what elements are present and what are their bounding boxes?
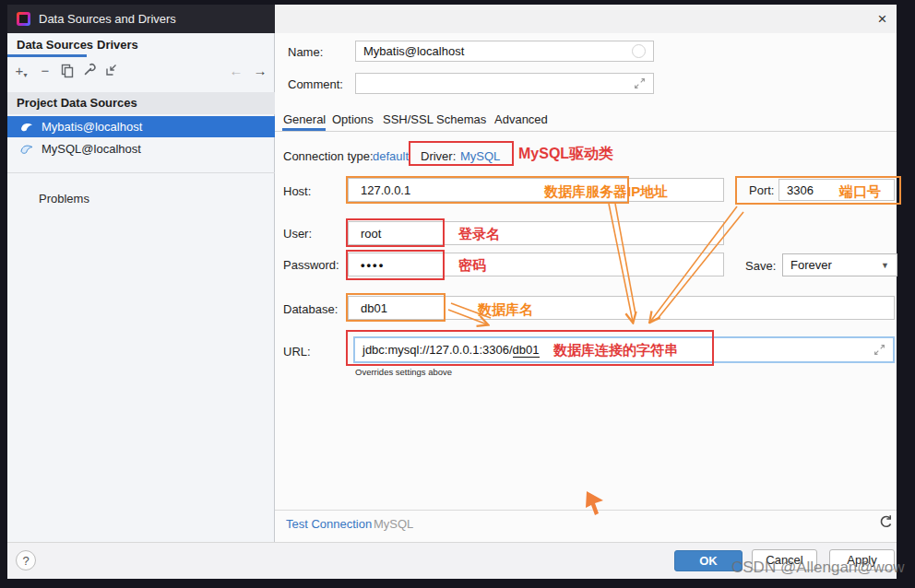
annotation-host: 数据库服务器IP地址 xyxy=(544,183,668,201)
comment-input[interactable] xyxy=(355,73,654,94)
save-label: Save: xyxy=(745,259,776,273)
wrench-icon[interactable] xyxy=(82,63,99,79)
duplicate-icon[interactable] xyxy=(59,63,76,79)
database-input[interactable]: db01 xyxy=(348,296,895,320)
watermark: CSDN @Allengan@wow xyxy=(731,559,905,577)
url-label: URL: xyxy=(283,345,311,359)
user-input[interactable]: root xyxy=(348,221,724,245)
port-value: 3306 xyxy=(787,183,814,197)
user-value: root xyxy=(361,227,381,241)
help-button[interactable]: ? xyxy=(16,550,36,570)
data-sources-dialog: Data Sources and Drivers × Data Sources … xyxy=(0,0,915,588)
annotation-database: 数据库名 xyxy=(478,301,533,319)
titlebar-light-area xyxy=(275,5,897,33)
annotation-url: 数据库连接的字符串 xyxy=(553,342,678,359)
mysql-dolphin-icon xyxy=(20,143,34,155)
save-value: Forever xyxy=(790,258,832,272)
intellij-app-icon xyxy=(17,12,30,26)
save-dropdown[interactable]: Forever ▼ xyxy=(782,253,897,276)
expand-icon[interactable] xyxy=(634,77,646,89)
url-value: jdbc:mysql://127.0.0.1:3306/db01 xyxy=(362,343,540,357)
expand-icon[interactable] xyxy=(873,344,885,356)
tab-general[interactable]: General xyxy=(283,112,326,126)
comment-label: Comment: xyxy=(288,77,343,91)
host-label: Host: xyxy=(283,184,311,198)
user-label: User: xyxy=(283,227,312,241)
titlebar: Data Sources and Drivers xyxy=(7,5,275,33)
import-icon[interactable] xyxy=(104,63,121,79)
annotation-user: 登录名 xyxy=(458,226,500,243)
list-item-label: Mybatis@localhost xyxy=(42,120,142,134)
password-value: •••• xyxy=(361,258,385,272)
undo-icon[interactable] xyxy=(878,514,894,530)
name-label: Name: xyxy=(288,45,323,59)
window-title: Data Sources and Drivers xyxy=(39,12,176,26)
database-value: db01 xyxy=(361,301,387,315)
status-circle-icon xyxy=(632,44,646,58)
close-icon[interactable]: × xyxy=(868,5,897,33)
active-tab-underline xyxy=(7,54,87,57)
add-icon[interactable]: +▾ xyxy=(13,63,30,79)
add-caret-icon: ▾ xyxy=(23,71,27,79)
list-item-mysql[interactable]: MySQL@localhost xyxy=(7,138,275,159)
driver-name-text: MySQL xyxy=(374,517,413,531)
sidebar-section-header: Project Data Sources xyxy=(7,92,275,114)
connection-type-value[interactable]: default xyxy=(373,149,409,163)
tab-options[interactable]: Options xyxy=(332,112,374,126)
mysql-dolphin-icon xyxy=(20,121,34,133)
port-label: Port: xyxy=(749,183,774,197)
driver-value[interactable]: MySQL xyxy=(460,149,500,163)
url-db-link[interactable]: db01 xyxy=(513,343,540,358)
tab-drivers[interactable]: Drivers xyxy=(97,38,138,52)
name-value: Mybatis@localhost xyxy=(363,44,464,58)
host-value: 127.0.0.1 xyxy=(361,183,410,197)
password-input[interactable]: •••• xyxy=(348,253,724,276)
chevron-down-icon: ▼ xyxy=(881,261,889,270)
annotation-password: 密码 xyxy=(458,257,486,275)
tab-data-sources[interactable]: Data Sources xyxy=(17,38,93,52)
database-label: Database: xyxy=(283,302,338,316)
sidebar-item-problems[interactable]: Problems xyxy=(39,192,89,206)
annotation-driver: MySQL驱动类 xyxy=(518,145,613,164)
forward-icon[interactable]: → xyxy=(252,63,268,79)
test-connection-link[interactable]: Test Connection xyxy=(286,517,372,531)
remove-icon[interactable]: − xyxy=(37,63,53,79)
sidebar-divider xyxy=(7,172,275,173)
driver-label: Driver: xyxy=(421,149,456,163)
annotation-port: 端口号 xyxy=(839,183,881,201)
tabs-separator xyxy=(275,131,897,132)
password-label: Password: xyxy=(283,258,339,272)
list-item-label: MySQL@localhost xyxy=(42,142,141,156)
url-hint: Overrides settings above xyxy=(355,367,452,377)
name-input[interactable]: Mybatis@localhost xyxy=(355,41,654,62)
tab-advanced[interactable]: Advanced xyxy=(494,112,548,126)
tab-ssh-ssl[interactable]: SSH/SSL xyxy=(383,112,434,126)
tab-schemas[interactable]: Schemas xyxy=(436,112,486,126)
list-item-mybatis[interactable]: Mybatis@localhost xyxy=(7,116,275,137)
back-icon[interactable]: ← xyxy=(228,63,244,79)
connection-type-label: Connection type: xyxy=(283,149,374,163)
url-prefix: jdbc:mysql://127.0.0.1:3306/ xyxy=(362,343,513,357)
